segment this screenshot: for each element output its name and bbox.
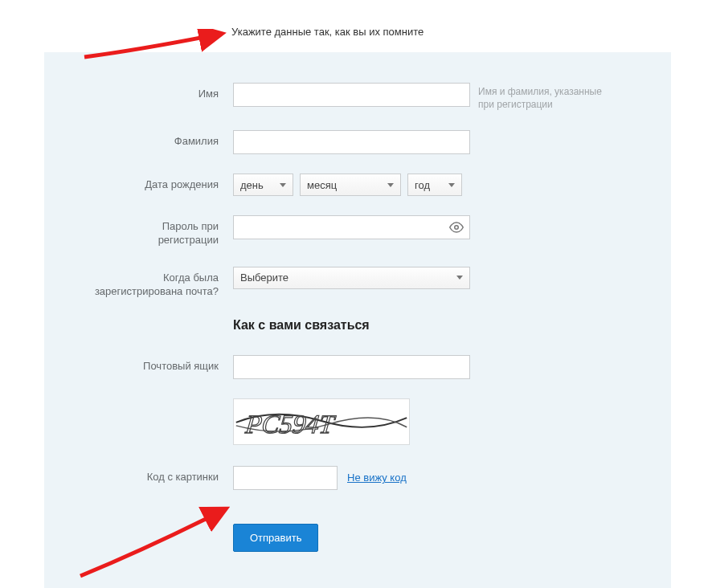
captcha-image: PC594T <box>233 398 410 445</box>
cant-see-code-link[interactable]: Не вижу код <box>347 472 407 484</box>
first-name-input[interactable] <box>233 83 470 107</box>
caret-down-icon <box>456 276 463 280</box>
caret-down-icon <box>387 183 394 187</box>
birth-date-label: Дата рождения <box>44 174 233 192</box>
mailbox-input[interactable] <box>233 355 470 379</box>
captcha-code-input[interactable] <box>233 466 338 490</box>
reg-password-label: Пароль при регистрации <box>44 215 233 247</box>
first-name-label: Имя <box>44 83 233 101</box>
recovery-form-panel: Имя Имя и фамилия, указанные при регистр… <box>44 52 671 588</box>
birth-year-select[interactable]: год <box>407 174 462 196</box>
reg-password-input[interactable] <box>233 215 470 239</box>
contact-heading: Как с вами связаться <box>233 318 671 333</box>
svg-text:PC594T: PC594T <box>243 410 338 439</box>
when-registered-select[interactable]: Выберите <box>233 267 470 289</box>
birth-year-value: год <box>415 179 430 191</box>
captcha-code-label: Код с картинки <box>44 466 233 484</box>
birth-day-value: день <box>240 179 264 191</box>
name-hint: Имя и фамилия, указанные при регистрации <box>470 83 615 111</box>
instruction-hint: Укажите данные так, как вы их помните <box>231 26 424 38</box>
when-registered-value: Выберите <box>240 272 288 284</box>
caret-down-icon <box>448 183 455 187</box>
when-registered-label: Когда была зарегистрирована почта? <box>44 267 233 299</box>
last-name-input[interactable] <box>233 130 470 154</box>
birth-day-select[interactable]: день <box>233 174 293 196</box>
svg-point-0 <box>455 226 459 230</box>
eye-icon[interactable] <box>449 220 464 235</box>
last-name-label: Фамилия <box>44 130 233 149</box>
birth-month-value: месяц <box>307 179 337 191</box>
mailbox-label: Почтовый ящик <box>44 355 233 374</box>
caret-down-icon <box>280 183 286 187</box>
birth-month-select[interactable]: месяц <box>300 174 401 196</box>
submit-button[interactable]: Отправить <box>233 524 318 552</box>
